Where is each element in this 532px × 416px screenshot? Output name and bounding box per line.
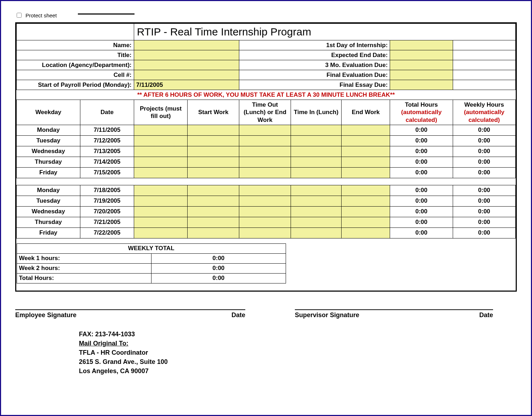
- page-title: RTIP - Real Time Internship Program: [134, 24, 515, 40]
- cell-end-work[interactable]: [342, 125, 390, 135]
- cell-total-hours: 0:00: [390, 146, 453, 157]
- cell-end-work[interactable]: [342, 167, 390, 178]
- protect-sheet-checkbox[interactable]: [17, 13, 22, 18]
- cell-start-work[interactable]: [188, 206, 239, 217]
- cell-projects[interactable]: [134, 167, 188, 178]
- cell-total-hours: 0:00: [390, 196, 453, 206]
- input-payroll-start[interactable]: 7/11/2005: [134, 80, 239, 90]
- lunch-break-note: ** AFTER 6 HOURS OF WORK, YOU MUST TAKE …: [17, 90, 516, 100]
- input-3mo-eval[interactable]: [390, 60, 453, 70]
- table-row: Tuesday7/19/20050:000:00: [17, 196, 516, 206]
- cell-end-work[interactable]: [342, 146, 390, 157]
- cell-date: 7/15/2005: [80, 167, 134, 178]
- cell-projects[interactable]: [134, 227, 188, 238]
- cell-time-in[interactable]: [291, 135, 342, 146]
- input-final-essay[interactable]: [390, 80, 453, 90]
- cell-time-out[interactable]: [239, 185, 291, 196]
- cell-projects[interactable]: [134, 157, 188, 167]
- input-cell[interactable]: [134, 70, 239, 80]
- footer-line3: Los Angeles, CA 90007: [79, 366, 517, 376]
- label-first-day: 1st Day of Internship:: [239, 40, 390, 50]
- input-expected-end[interactable]: [390, 50, 453, 60]
- cell-time-in[interactable]: [291, 227, 342, 238]
- input-name[interactable]: [134, 40, 239, 50]
- cell-time-out[interactable]: [239, 206, 291, 217]
- label-title: Title:: [17, 50, 134, 60]
- cell-end-work[interactable]: [342, 185, 390, 196]
- cell-projects[interactable]: [134, 217, 188, 227]
- cell-time-in[interactable]: [291, 217, 342, 227]
- cell-start-work[interactable]: [188, 185, 239, 196]
- cell-projects[interactable]: [134, 146, 188, 157]
- input-location[interactable]: [134, 60, 239, 70]
- input-final-eval[interactable]: [390, 70, 453, 80]
- cell-start-work[interactable]: [188, 135, 239, 146]
- table-row: Friday7/22/20050:000:00: [17, 227, 516, 238]
- cell-time-out[interactable]: [239, 146, 291, 157]
- input-first-day[interactable]: [390, 40, 453, 50]
- cell-weekday: Monday: [17, 185, 80, 196]
- cell-time-in[interactable]: [291, 206, 342, 217]
- cell-start-work[interactable]: [188, 196, 239, 206]
- label-cell: Cell #:: [17, 70, 134, 80]
- cell-time-out[interactable]: [239, 125, 291, 135]
- cell-time-in[interactable]: [291, 125, 342, 135]
- input-title[interactable]: [134, 50, 239, 60]
- cell-start-work[interactable]: [188, 167, 239, 178]
- cell-time-in[interactable]: [291, 146, 342, 157]
- cell-time-in[interactable]: [291, 196, 342, 206]
- cell-end-work[interactable]: [342, 206, 390, 217]
- supervisor-signature-date-label: Date: [479, 311, 493, 319]
- cell-time-in[interactable]: [291, 167, 342, 178]
- cell-total-hours: 0:00: [390, 227, 453, 238]
- cell-time-out[interactable]: [239, 227, 291, 238]
- cell-start-work[interactable]: [188, 146, 239, 157]
- cell-start-work[interactable]: [188, 227, 239, 238]
- cell-weekday: Monday: [17, 125, 80, 135]
- cell-projects[interactable]: [134, 125, 188, 135]
- cell-weekday: Friday: [17, 227, 80, 238]
- cell-projects[interactable]: [134, 206, 188, 217]
- cell-total-hours: 0:00: [390, 217, 453, 227]
- footer-mail-heading: Mail Original To:: [79, 339, 517, 348]
- cell-date: 7/13/2005: [80, 146, 134, 157]
- col-end-work: End Work: [342, 100, 390, 125]
- cell-start-work[interactable]: [188, 217, 239, 227]
- cell-end-work[interactable]: [342, 196, 390, 206]
- cell-date: 7/12/2005: [80, 135, 134, 146]
- cell-weekday: Tuesday: [17, 135, 80, 146]
- cell-time-in[interactable]: [291, 157, 342, 167]
- cell-time-in[interactable]: [291, 185, 342, 196]
- cell-end-work[interactable]: [342, 217, 390, 227]
- total-hours-value: 0:00: [151, 273, 286, 283]
- cell-projects[interactable]: [134, 185, 188, 196]
- cell-time-out[interactable]: [239, 217, 291, 227]
- label-name: Name:: [17, 40, 134, 50]
- cell-time-out[interactable]: [239, 167, 291, 178]
- cell-weekly-hours: 0:00: [453, 227, 515, 238]
- week1-hours-value: 0:00: [151, 253, 286, 263]
- cell-date: 7/14/2005: [80, 157, 134, 167]
- cell-end-work[interactable]: [342, 135, 390, 146]
- cell-date: 7/11/2005: [80, 125, 134, 135]
- cell-weekly-hours: 0:00: [453, 157, 515, 167]
- cell-weekly-hours: 0:00: [453, 167, 515, 178]
- cell-date: 7/18/2005: [80, 185, 134, 196]
- cell-time-out[interactable]: [239, 157, 291, 167]
- cell-start-work[interactable]: [188, 157, 239, 167]
- cell-time-out[interactable]: [239, 196, 291, 206]
- cell-weekday: Wednesday: [17, 146, 80, 157]
- cell-time-out[interactable]: [239, 135, 291, 146]
- cell-projects[interactable]: [134, 135, 188, 146]
- cell-end-work[interactable]: [342, 227, 390, 238]
- cell-weekly-hours: 0:00: [453, 135, 515, 146]
- footer-block: FAX: 213-744-1033 Mail Original To: TFLA…: [79, 330, 517, 376]
- cell-start-work[interactable]: [188, 125, 239, 135]
- label-location: Location (Agency/Department):: [17, 60, 134, 70]
- label-payroll-start: Start of Payroll Period (Monday):: [17, 80, 134, 90]
- cell-end-work[interactable]: [342, 157, 390, 167]
- cell-weekly-hours: 0:00: [453, 146, 515, 157]
- cell-total-hours: 0:00: [390, 185, 453, 196]
- col-weekday: Weekday: [17, 100, 80, 125]
- cell-projects[interactable]: [134, 196, 188, 206]
